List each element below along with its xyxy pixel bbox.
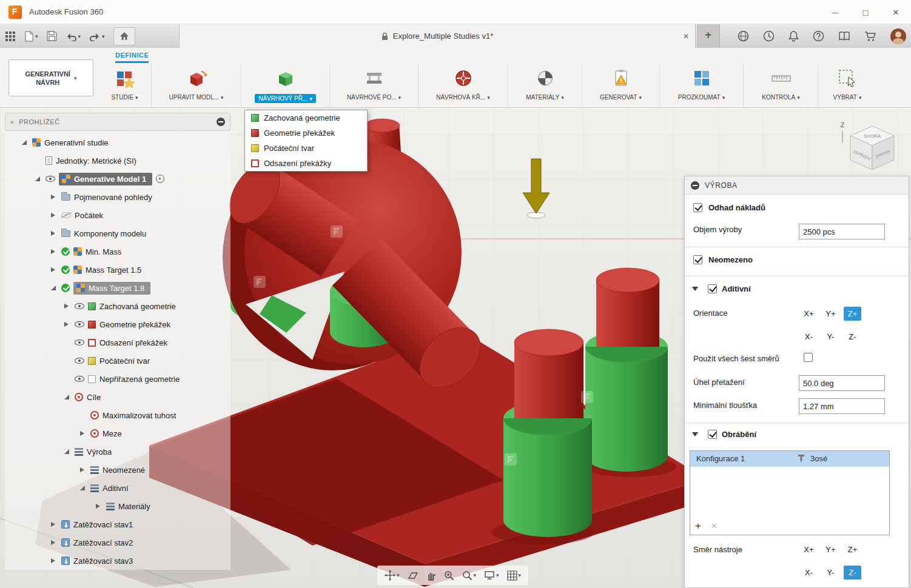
ribbon-group-materialy[interactable]: MATERIÁLY xyxy=(508,64,582,107)
tree-item-pocatek[interactable]: Počátek xyxy=(5,206,230,224)
undo-button[interactable] xyxy=(66,32,81,41)
visibility-eye-icon[interactable] xyxy=(75,321,84,327)
dialog-handle-icon[interactable] xyxy=(691,181,699,190)
workspace-selector[interactable]: GENERATIVNÍ NÁVRH xyxy=(8,59,93,96)
expand-icon[interactable] xyxy=(49,520,58,529)
ribbon-group-vybrat[interactable]: VYBRAT xyxy=(819,64,876,107)
close-button[interactable] xyxy=(881,0,911,24)
expand-icon[interactable] xyxy=(62,447,71,456)
tree-item-odsazeni-prekazek[interactable]: Odsazení překážek xyxy=(5,333,230,352)
production-volume-input[interactable] xyxy=(799,224,885,239)
tree-item-min-mass[interactable]: Min. Mass xyxy=(5,242,230,261)
expand-icon[interactable] xyxy=(93,502,103,510)
orient-z-minus-button[interactable]: Z- xyxy=(844,330,861,344)
grid-caret-icon[interactable] xyxy=(519,572,522,578)
menu-item-pocatecni-tvar[interactable]: Počáteční tvar xyxy=(245,141,367,156)
ribbon-group-navrhova-kriteria[interactable]: NÁVRHOVÁ KŘ... xyxy=(419,64,508,107)
tooldir-x-minus-button[interactable]: X- xyxy=(800,566,818,580)
overhang-angle-input[interactable] xyxy=(799,375,885,391)
display-caret-icon[interactable] xyxy=(496,572,499,578)
store-cart-icon[interactable] xyxy=(864,31,876,42)
learning-icon[interactable] xyxy=(838,31,850,41)
expand-icon[interactable] xyxy=(49,284,58,292)
tooldir-y-minus-button[interactable]: Y- xyxy=(822,566,839,580)
fit-button[interactable] xyxy=(462,570,477,581)
expand-icon[interactable] xyxy=(33,175,42,183)
job-status-icon[interactable] xyxy=(763,30,775,42)
expand-icon[interactable] xyxy=(49,266,58,274)
tree-item-zachovana-geometrie[interactable]: Zachovaná geometrie xyxy=(5,297,230,315)
orient-y-plus-button[interactable]: Y+ xyxy=(822,307,839,321)
file-menu-button[interactable] xyxy=(24,31,38,42)
tree-item-jednotky[interactable]: Jednotky: Metrické (SI) xyxy=(5,152,230,170)
look-at-button[interactable] xyxy=(408,570,419,580)
ribbon-group-generovat[interactable]: GENEROVAT xyxy=(582,64,660,107)
section-collapse-icon[interactable] xyxy=(692,432,698,436)
menu-item-zachovana-geometrie[interactable]: Zachovaná geometrie xyxy=(245,110,367,125)
activate-component-radio[interactable] xyxy=(156,175,164,183)
tree-item-mass-target-15[interactable]: Mass Target 1.5 xyxy=(5,261,230,279)
min-thickness-input[interactable] xyxy=(799,398,885,414)
visibility-eye-off-icon[interactable] xyxy=(61,212,71,218)
ribbon-group-navrhovy-prostor[interactable]: NÁVRHOVÝ PŘ... xyxy=(241,64,330,107)
document-tab[interactable]: Explore_Multiple Studies v1* xyxy=(179,24,696,48)
expand-icon[interactable] xyxy=(78,484,87,492)
expand-icon[interactable] xyxy=(62,320,71,329)
visibility-eye-icon[interactable] xyxy=(45,176,55,182)
ribbon-group-kontrola[interactable]: KONTROLA xyxy=(744,64,819,107)
tree-item-mass-target-18[interactable]: Mass Target 1.8 xyxy=(5,279,230,297)
ribbon-group-studie[interactable]: STUDIE xyxy=(98,64,152,107)
fit-caret-icon[interactable] xyxy=(474,572,477,578)
tree-item-geometrie-prekazek[interactable]: Geometrie překážek xyxy=(5,315,230,333)
add-config-button[interactable]: + xyxy=(695,521,701,531)
help-icon[interactable] xyxy=(813,30,824,42)
tree-item-pojmenovane-pohledy[interactable]: Pojmenované pohledy xyxy=(5,188,230,206)
pan-button[interactable] xyxy=(426,570,436,581)
tooldir-y-plus-button[interactable]: Y+ xyxy=(822,543,839,556)
machining-config-row[interactable]: Konfigurace 1 3osé xyxy=(690,451,889,467)
machining-checkbox[interactable] xyxy=(708,430,717,439)
cost-estimate-checkbox[interactable] xyxy=(693,203,702,212)
orient-y-minus-button[interactable]: Y- xyxy=(822,330,839,344)
tree-item-aditivni[interactable]: Aditivní xyxy=(5,479,230,497)
ribbon-group-prozkoumat[interactable]: PROZKOUMAT xyxy=(660,64,744,107)
six-directions-checkbox[interactable] xyxy=(804,353,813,362)
selected-study-highlight[interactable]: Mass Target 1.8 xyxy=(73,282,150,295)
view-cube[interactable]: Z SHORA ZEPŘEDU ZPRAVA xyxy=(837,116,905,184)
tree-item-generative-model-1[interactable]: Generative Model 1 xyxy=(5,170,230,188)
tree-item-komponenty-modelu[interactable]: Komponenty modelu xyxy=(5,224,230,242)
model-pillar-rear[interactable] xyxy=(585,268,668,472)
unrestricted-checkbox[interactable] xyxy=(693,255,702,264)
maximize-button[interactable] xyxy=(850,0,881,24)
tree-item-generativni-studie[interactable]: Generativní studie xyxy=(5,133,230,152)
tree-item-materialy[interactable]: Materiály xyxy=(5,497,230,515)
vyroba-dialog-header[interactable]: VÝROBA xyxy=(685,176,909,195)
tooldir-z-minus-button[interactable]: Z- xyxy=(844,566,861,580)
tab-definice[interactable]: DEFINICE xyxy=(115,52,149,63)
new-tab-button[interactable] xyxy=(697,24,720,48)
remove-config-button[interactable]: ✕ xyxy=(711,521,718,531)
display-settings-button[interactable] xyxy=(484,570,499,580)
user-avatar[interactable] xyxy=(890,28,906,44)
notifications-bell-icon[interactable] xyxy=(788,30,799,42)
visibility-eye-icon[interactable] xyxy=(75,303,84,309)
tree-item-zatezovaci-stav3[interactable]: Zatěžovací stav3 xyxy=(5,552,230,570)
tree-item-zatezovaci-stav1[interactable]: Zatěžovací stav1 xyxy=(5,515,230,533)
expand-icon[interactable] xyxy=(49,193,58,201)
expand-icon[interactable] xyxy=(49,556,58,565)
tooldir-z-plus-button[interactable]: Z+ xyxy=(844,543,861,556)
tree-item-pocatecni-tvar[interactable]: Počáteční tvar xyxy=(5,352,230,370)
tab-close-icon[interactable] xyxy=(683,24,689,48)
additive-checkbox[interactable] xyxy=(708,284,717,293)
visibility-eye-icon[interactable] xyxy=(75,358,84,364)
section-collapse-icon[interactable] xyxy=(692,287,698,291)
menu-item-geometrie-prekazek[interactable]: Geometrie překážek xyxy=(245,125,367,141)
ribbon-group-upravit-model[interactable]: UPRAVIT MODL... xyxy=(152,64,241,107)
visibility-eye-icon[interactable] xyxy=(75,339,84,346)
expand-icon[interactable] xyxy=(49,247,58,256)
selected-model-highlight[interactable]: Generative Model 1 xyxy=(59,173,152,185)
model-pillar-front[interactable] xyxy=(503,329,592,537)
redo-button[interactable] xyxy=(89,32,105,41)
group-label-selected[interactable]: NÁVRHOVÝ PŘ... xyxy=(255,94,316,103)
undo-caret-icon[interactable] xyxy=(78,33,81,39)
